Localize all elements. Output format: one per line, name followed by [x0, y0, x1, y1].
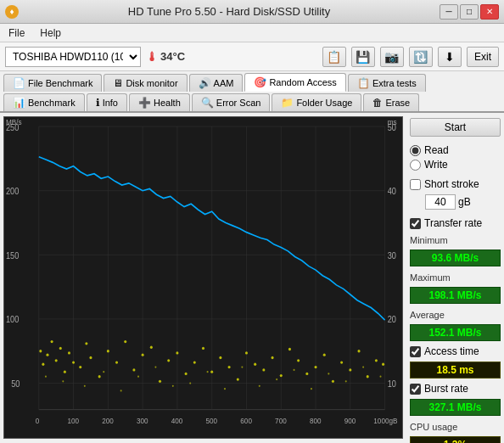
menu-help[interactable]: Help — [36, 26, 64, 40]
svg-point-72 — [262, 368, 265, 371]
toolbar-btn-1[interactable]: 📋 — [322, 47, 346, 67]
extra-tests-icon: 📋 — [357, 77, 370, 89]
transfer-rate-checkbox[interactable]: Transfer rate — [410, 217, 501, 229]
tab-extra-tests[interactable]: 📋 Extra tests — [348, 74, 426, 92]
tab-file-benchmark[interactable]: 📄 File Benchmark — [3, 74, 102, 92]
minimum-label: Minimum — [410, 235, 501, 245]
thermometer-icon: 🌡 — [146, 50, 158, 64]
burst-rate-input[interactable] — [410, 384, 421, 395]
burst-rate-checkbox[interactable]: Burst rate — [410, 383, 501, 395]
svg-point-86 — [382, 363, 384, 366]
stroke-value-input[interactable] — [425, 194, 456, 210]
radio-group: Read Write — [410, 144, 501, 171]
tab-random-access[interactable]: 🎯 Random Access — [244, 73, 345, 92]
svg-point-89 — [84, 385, 86, 387]
svg-text:800: 800 — [310, 417, 322, 425]
svg-point-90 — [103, 371, 104, 373]
app-icon: ♦ — [5, 5, 19, 19]
toolbar-btn-5[interactable]: ⬇ — [438, 47, 462, 67]
tab-error-scan[interactable]: 🔍 Error Scan — [192, 93, 271, 111]
svg-text:20: 20 — [388, 315, 396, 324]
menu-file[interactable]: File — [5, 26, 28, 40]
svg-point-49 — [72, 361, 75, 363]
svg-point-77 — [305, 373, 308, 375]
access-time-checkbox[interactable]: Access time — [410, 345, 501, 357]
tab-disk-monitor-label: Disk monitor — [126, 78, 177, 88]
radio-write[interactable]: Write — [410, 159, 501, 171]
tab-row-1: 📄 File Benchmark 🖥 Disk monitor 🔊 AAM 🎯 … — [0, 71, 504, 92]
svg-point-66 — [210, 371, 213, 373]
svg-point-46 — [59, 347, 62, 350]
svg-point-67 — [219, 356, 221, 359]
access-time-input[interactable] — [410, 346, 421, 357]
tab-disk-monitor[interactable]: 🖥 Disk monitor — [104, 74, 187, 92]
svg-point-56 — [124, 340, 126, 343]
svg-text:150: 150 — [6, 250, 19, 260]
close-button[interactable]: ✕ — [480, 4, 499, 20]
svg-point-55 — [115, 361, 118, 363]
cpu-usage-label: CPU usage — [410, 422, 501, 432]
cpu-usage-value: 1.3% — [410, 436, 501, 443]
side-panel: Start Read Write Short stroke gB Transfe… — [406, 113, 504, 442]
transfer-rate-input[interactable] — [410, 218, 421, 229]
svg-point-69 — [237, 378, 239, 380]
tab-info[interactable]: ℹ Info — [87, 93, 127, 111]
maximize-button[interactable]: □ — [460, 4, 479, 20]
short-stroke-input[interactable] — [410, 179, 421, 190]
svg-text:500: 500 — [206, 417, 218, 425]
svg-point-45 — [55, 359, 58, 362]
svg-point-83 — [357, 350, 360, 352]
svg-point-93 — [154, 367, 156, 368]
svg-point-76 — [297, 359, 300, 362]
title-bar: ♦ HD Tune Pro 5.50 - Hard Disk/SSD Utili… — [0, 0, 504, 24]
tab-aam[interactable]: 🔊 AAM — [189, 74, 244, 92]
svg-point-47 — [64, 371, 66, 373]
short-stroke-checkbox[interactable]: Short stroke — [410, 178, 501, 190]
radio-read-label: Read — [424, 144, 449, 156]
svg-point-59 — [150, 346, 153, 349]
svg-point-50 — [79, 366, 81, 368]
disk-monitor-icon: 🖥 — [113, 77, 123, 89]
toolbar-btn-3[interactable]: 📷 — [380, 47, 404, 67]
svg-text:50: 50 — [11, 379, 20, 389]
svg-point-101 — [294, 369, 295, 371]
svg-point-52 — [89, 356, 92, 359]
svg-text:MB/s: MB/s — [6, 118, 22, 126]
chart-area: 250 200 150 100 50 MB/s 50 40 30 20 10 m… — [3, 116, 403, 439]
svg-point-42 — [42, 363, 44, 366]
toolbar-btn-4[interactable]: 🔃 — [409, 47, 433, 67]
tab-error-scan-label: Error Scan — [216, 98, 261, 108]
tab-extra-tests-label: Extra tests — [372, 78, 417, 88]
svg-point-88 — [62, 380, 64, 382]
error-scan-icon: 🔍 — [201, 97, 214, 109]
health-icon: ➕ — [138, 97, 151, 109]
svg-point-74 — [280, 374, 283, 377]
tab-health[interactable]: ➕ Health — [129, 93, 190, 111]
maximum-value: 198.1 MB/s — [410, 287, 501, 304]
toolbar-btn-2[interactable]: 💾 — [351, 47, 375, 67]
tab-erase-label: Erase — [385, 98, 410, 108]
tab-file-benchmark-label: File Benchmark — [28, 78, 92, 88]
start-button[interactable]: Start — [410, 118, 501, 137]
tab-folder-usage-label: Folder Usage — [296, 98, 352, 108]
minimum-value: 93.6 MB/s — [410, 250, 501, 266]
average-label: Average — [410, 310, 501, 320]
burst-rate-label: Burst rate — [424, 383, 468, 395]
svg-text:30: 30 — [388, 250, 396, 260]
radio-read-input[interactable] — [410, 145, 421, 156]
radio-write-input[interactable] — [410, 160, 421, 171]
toolbar: TOSHIBA HDWD110 (1000 gB) 🌡 34°C 📋 💾 📷 🔃… — [0, 42, 504, 71]
svg-point-68 — [228, 366, 231, 368]
svg-text:400: 400 — [171, 417, 183, 425]
radio-read[interactable]: Read — [410, 144, 501, 156]
svg-point-51 — [85, 342, 87, 345]
tab-folder-usage[interactable]: 📁 Folder Usage — [272, 93, 361, 111]
minimize-button[interactable]: ─ — [440, 4, 458, 20]
temperature-display: 🌡 34°C — [146, 50, 185, 64]
tab-benchmark[interactable]: 📊 Benchmark — [3, 93, 85, 111]
svg-point-92 — [137, 376, 139, 378]
tab-aam-label: AAM — [214, 78, 234, 88]
drive-selector[interactable]: TOSHIBA HDWD110 (1000 gB) — [5, 47, 141, 67]
tab-erase[interactable]: 🗑 Erase — [363, 93, 419, 111]
exit-button[interactable]: Exit — [467, 47, 499, 67]
